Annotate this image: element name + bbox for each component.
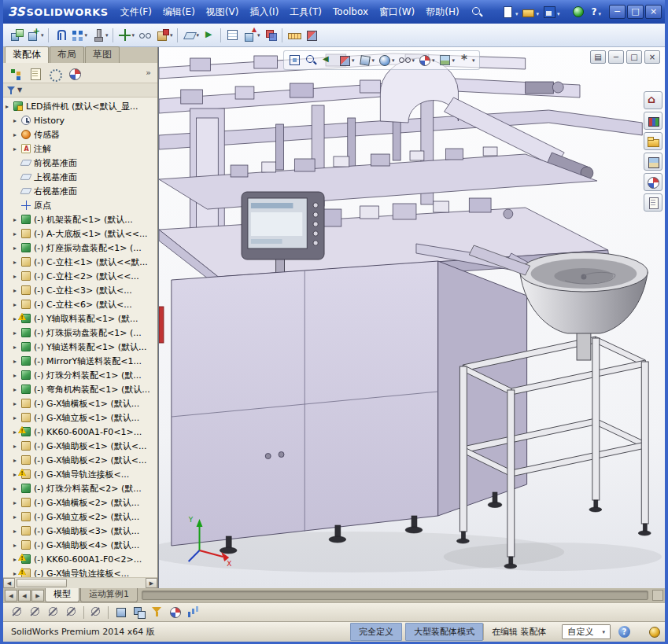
toolbar-button[interactable]: ▾	[242, 26, 262, 45]
display-manager-icon[interactable]	[65, 65, 83, 81]
filter-toolbar-button[interactable]	[106, 604, 111, 620]
tree-item[interactable]: ▸ LED插件机 (默认<默认_显...	[3, 99, 157, 113]
toolbar-button[interactable]: ▾	[224, 26, 241, 45]
expand-arrow-icon[interactable]: ▸	[13, 358, 21, 365]
tree-item[interactable]: ▸ (-) C-立柱<2> (默认<<...	[3, 269, 157, 283]
tree-item[interactable]: ▸ (-) 灯座振动盘装配<1> (...	[3, 241, 157, 255]
expand-arrow-icon[interactable]: ▸	[13, 414, 21, 421]
document-window-button[interactable]: −	[608, 50, 624, 64]
menu-item[interactable]: 编辑(E)	[157, 0, 201, 24]
expand-arrow-icon[interactable]: ▸	[13, 443, 21, 450]
dropdown-arrow-icon[interactable]: ▾	[170, 32, 173, 39]
tab-nav-button[interactable]: ◀	[18, 590, 31, 602]
expand-arrow-icon[interactable]: ▸	[13, 513, 21, 521]
tree-item[interactable]: ▸ (-) 机架装配<1> (默认...	[3, 212, 157, 226]
toolbar-button[interactable]: ▾	[116, 26, 137, 45]
toolbar-button[interactable]: ▾	[111, 26, 116, 45]
expand-arrow-icon[interactable]: ▸	[13, 230, 21, 237]
view-tool-button[interactable]: ▾	[287, 53, 302, 68]
tree-item[interactable]: ▸ (-) G-X轴导轨连接板<...	[3, 566, 157, 577]
expand-arrow-icon[interactable]: ▸	[13, 542, 21, 549]
dropdown-arrow-icon[interactable]: ▾	[452, 57, 456, 64]
toolbar-button[interactable]: ▾	[90, 26, 110, 45]
tree-item[interactable]: ▸ (-) 灯珠分料装配<2> (默...	[3, 481, 157, 495]
document-tab[interactable]: 模型	[45, 587, 79, 602]
document-window-button[interactable]: □	[626, 50, 642, 64]
resource-monitor-icon[interactable]	[649, 627, 660, 638]
tree-item[interactable]: ▸ 右视基准面	[3, 184, 157, 198]
tree-item[interactable]: ▸ (-) 灯珠振动盘装配<1> (...	[3, 326, 157, 340]
filter-toolbar-button[interactable]	[88, 604, 105, 620]
filter-dropdown-icon[interactable]: ▼	[17, 86, 22, 94]
view-tool-button[interactable]: ▾	[457, 53, 476, 68]
task-pane-button[interactable]	[644, 193, 662, 212]
menu-item[interactable]: 帮助(H)	[420, 0, 464, 24]
expand-arrow-icon[interactable]: ▸	[13, 287, 21, 294]
filter-toolbar-button[interactable]	[46, 604, 62, 620]
toolbar-button[interactable]: ▾	[154, 26, 175, 45]
graphics-area[interactable]: Y X ▾ ▾	[158, 47, 665, 588]
expand-arrow-icon[interactable]: ▸	[13, 457, 21, 464]
expand-arrow-icon[interactable]: ▸	[13, 273, 21, 280]
tree-item[interactable]: ▸ (-) G-X轴横板<1> (默认...	[3, 396, 157, 410]
filter-toolbar-button[interactable]	[113, 604, 129, 620]
tab-nav-button[interactable]: ◀	[5, 590, 17, 602]
document-window-button[interactable]: ×	[644, 50, 660, 64]
dropdown-arrow-icon[interactable]: ▾	[472, 57, 475, 64]
feature-tree-icon[interactable]	[6, 65, 24, 81]
view-tool-button[interactable]: ▾	[417, 53, 436, 68]
toolbar-button[interactable]: ▾	[219, 26, 223, 45]
property-manager-icon[interactable]	[26, 65, 43, 81]
expand-arrow-icon[interactable]: ▸	[13, 344, 21, 351]
help-button[interactable]: ?	[592, 6, 597, 17]
view-tool-button[interactable]: ▾	[437, 53, 456, 68]
tree-item[interactable]: ▸ (-) G-X轴助板<2> (默认<...	[3, 453, 157, 467]
panel-tab[interactable]: 草图	[85, 46, 120, 63]
tree-item[interactable]: ▸ (-) C-立柱<6> (默认<...	[3, 297, 157, 311]
tree-item[interactable]: ▸ 上视基准面	[3, 170, 157, 184]
expand-arrow-icon[interactable]: ▸	[13, 485, 21, 492]
tab-nav-button[interactable]: ▶	[31, 590, 44, 602]
custom-dropdown[interactable]: 自定义 ▾	[562, 624, 611, 639]
tree-item[interactable]: ▸ (-) KK60-600A1-F0<1>...	[3, 425, 157, 439]
tree-item[interactable]: ▸ (-) 灯珠分料装配<1> (默...	[3, 368, 157, 382]
close-button[interactable]: ×	[645, 5, 662, 19]
scroll-right-button[interactable]: ▶	[146, 578, 157, 588]
expand-arrow-icon[interactable]: ▸	[13, 372, 21, 379]
toolbar-button[interactable]: ▾	[286, 26, 302, 45]
menu-item[interactable]: 窗口(W)	[374, 0, 420, 24]
view-tool-button[interactable]: ▾	[337, 53, 356, 68]
panel-expand-chevron[interactable]: »	[142, 68, 154, 78]
tree-item[interactable]: ▸ (-) G-X轴助板<1> (默认<...	[3, 439, 157, 453]
filter-toolbar-button[interactable]	[149, 604, 165, 620]
panel-tab[interactable]: 装配体	[5, 46, 49, 63]
filter-toolbar-button[interactable]	[167, 604, 183, 620]
dropdown-arrow-icon[interactable]: ▾	[392, 57, 395, 64]
scrollbar-track[interactable]	[15, 578, 146, 588]
tree-item[interactable]: ▸ (-) G-X轴助板<4> (默认...	[3, 538, 157, 552]
expand-arrow-icon[interactable]: ▸	[13, 386, 21, 393]
status-help-button[interactable]: ?	[618, 626, 630, 638]
view-tool-button[interactable]: ▾	[357, 53, 376, 68]
task-pane-button[interactable]	[644, 132, 662, 150]
tree-item[interactable]: ▸ History	[3, 113, 157, 127]
3d-model-view[interactable]: Y X	[159, 47, 665, 588]
toolbar-button[interactable]: ▾	[201, 26, 218, 45]
tree-item[interactable]: ▸ 传感器	[3, 127, 157, 142]
tree-item[interactable]: ▸ 前视基准面	[3, 156, 157, 170]
3d-contentcentral-icon[interactable]	[573, 6, 584, 17]
toolbar-button[interactable]: ▾	[181, 26, 201, 45]
tree-item[interactable]: ▸ (-) C-立柱<1> (默认<<默...	[3, 255, 157, 269]
quick-access-button[interactable]: ▾	[500, 4, 520, 20]
panel-tab[interactable]: 布局	[50, 46, 84, 63]
dropdown-arrow-icon[interactable]: ▾	[557, 11, 560, 17]
tree-item[interactable]: ▸ (-) C-立柱<3> (默认<...	[3, 283, 157, 297]
toolbar-button[interactable]: ▾	[52, 26, 68, 45]
expand-arrow-icon[interactable]: ▸	[13, 216, 21, 223]
tree-item[interactable]: ▸ (-) 弯角机构装配<1> (默认...	[3, 382, 157, 396]
expand-arrow-icon[interactable]: ▸	[13, 117, 21, 124]
scrollbar-thumb[interactable]	[17, 579, 67, 587]
menu-item[interactable]: 插入(I)	[244, 0, 284, 24]
expand-arrow-icon[interactable]: ▸	[13, 145, 21, 153]
dropdown-arrow-icon[interactable]: ▾	[85, 32, 88, 39]
